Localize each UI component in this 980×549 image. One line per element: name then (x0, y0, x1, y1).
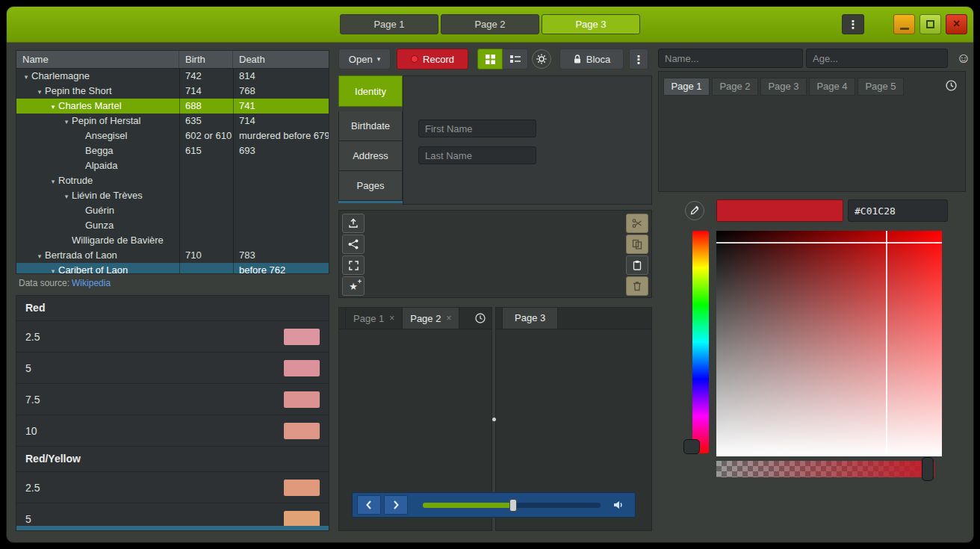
page-tab-page-1[interactable]: Page 1 (663, 78, 710, 96)
alpha-slider-handle[interactable] (922, 457, 934, 481)
tab-label: Page 2 (410, 313, 441, 324)
tree-name-cell: Guérin (16, 203, 179, 218)
age-field[interactable] (806, 49, 948, 68)
tree-row[interactable]: ▾Bertrada of Laon710783 (16, 248, 329, 263)
tree-expander-icon[interactable]: ▾ (34, 84, 45, 99)
paste-button[interactable] (626, 255, 648, 275)
tree-row[interactable]: Begga615693 (16, 143, 329, 158)
alpha-slider[interactable] (716, 456, 934, 482)
hue-slider[interactable] (683, 231, 709, 453)
share-button[interactable] (342, 235, 365, 254)
fullscreen-button[interactable] (342, 255, 365, 275)
identity-tab-address[interactable]: Address (338, 141, 403, 171)
emoji-button[interactable]: ☺ (954, 48, 973, 69)
tree-row[interactable]: ▾Charles Martel688741 (16, 99, 329, 114)
tree-row[interactable]: ▾Liévin de Trèves (16, 188, 329, 203)
tree-expander-icon[interactable]: ▾ (61, 114, 72, 128)
page-tab-page-2[interactable]: Page 2 (712, 78, 758, 96)
titlebar[interactable]: Page 1Page 2Page 3 ⋮ × (7, 7, 973, 43)
list-item[interactable]: 10 (16, 415, 329, 447)
tree-name-cell: ▾Charlemagne (16, 69, 179, 84)
grid-view-icon (486, 55, 495, 64)
lock-button[interactable]: Bloca (559, 49, 624, 69)
first-name-field[interactable] (418, 120, 536, 137)
toolbar-menu-button[interactable]: ⋮ (629, 49, 648, 69)
upload-button[interactable] (342, 214, 365, 233)
cut-button[interactable] (626, 214, 648, 233)
tree-expander-icon[interactable]: ▾ (61, 189, 72, 203)
settings-button[interactable] (532, 49, 551, 69)
close-button[interactable]: × (946, 14, 967, 34)
tree-row[interactable]: ▾Pepin of Herstal635714 (16, 114, 329, 128)
titlebar-menu-button[interactable]: ⋮ (842, 14, 864, 34)
tree-row[interactable]: Ansegisel602 or 610murdered before 679 (16, 128, 329, 143)
copy-button[interactable] (626, 235, 648, 254)
minimize-button[interactable] (893, 14, 915, 34)
history-button[interactable] (469, 308, 491, 329)
volume-button[interactable] (612, 499, 624, 511)
tree-row[interactable]: ▾Caribert of Laonbefore 762 (16, 263, 329, 274)
name-field[interactable] (658, 49, 803, 68)
tree-row[interactable]: ▾Charlemagne742814 (16, 69, 329, 84)
pane-splitter-handle[interactable] (492, 418, 496, 421)
close-tab-icon[interactable]: × (389, 313, 394, 323)
tree-row[interactable]: Willigarde de Bavière (16, 233, 329, 248)
hex-color-field[interactable] (848, 199, 948, 222)
hue-slider-handle[interactable] (683, 439, 700, 454)
tree-row-name: Pepin the Short (45, 85, 112, 96)
list-item[interactable]: 7.5 (16, 384, 329, 415)
tree-expander-icon[interactable]: ▾ (34, 249, 45, 263)
titlebar-tab-page-1[interactable]: Page 1 (340, 14, 438, 34)
identity-tab-pages[interactable]: Pages (338, 171, 403, 201)
tree-row[interactable]: Guérin (16, 203, 329, 218)
tree-expander-icon[interactable]: ▾ (48, 264, 58, 274)
tree-row[interactable]: Gunza (16, 218, 329, 233)
tree-expander-icon[interactable]: ▾ (21, 69, 31, 84)
list-item[interactable]: 2.5 (16, 321, 329, 353)
list-item[interactable]: 2.5 (16, 472, 329, 503)
tree-name-cell: ▾Rotrude (16, 173, 179, 188)
record-button[interactable]: Record (397, 49, 468, 69)
maximize-button[interactable] (919, 14, 941, 34)
wikipedia-link[interactable]: Wikipedia (72, 278, 111, 288)
history-button[interactable] (945, 79, 958, 95)
column-header-death[interactable]: Death (233, 51, 329, 68)
tree-row[interactable]: ▾Rotrude (16, 173, 329, 188)
doc-tab-page-3[interactable]: Page 3 (502, 308, 558, 329)
doc-tab-page-1[interactable]: Page 1× (345, 308, 403, 329)
color-swatch (284, 360, 320, 376)
saturation-value-area[interactable] (716, 231, 942, 456)
page-tab-page-5[interactable]: Page 5 (858, 78, 904, 96)
open-button[interactable]: Open ▾ (338, 49, 391, 69)
column-header-name[interactable]: Name (16, 51, 179, 68)
list-view-button[interactable] (503, 49, 528, 69)
column-header-birth[interactable]: Birth (179, 51, 233, 68)
list-item[interactable]: 5 (16, 353, 329, 384)
tree-row-name: Charles Martel (58, 100, 122, 111)
seek-slider[interactable] (423, 503, 601, 508)
right-tool-column (626, 214, 648, 296)
page-tab-page-4[interactable]: Page 4 (809, 78, 855, 96)
grid-view-button[interactable] (477, 49, 503, 69)
delete-button[interactable] (626, 276, 648, 296)
doc-tab-page-2[interactable]: Page 2× (403, 308, 459, 329)
last-name-field[interactable] (418, 146, 536, 164)
previous-button[interactable] (357, 495, 381, 515)
tree-row[interactable]: ▾Pepin the Short714768 (16, 84, 329, 99)
new-favorite-button[interactable]: ★ + (342, 276, 365, 296)
page-tab-page-3[interactable]: Page 3 (760, 78, 807, 96)
identity-tab-identity[interactable]: Identity (338, 75, 403, 107)
titlebar-tab-page-2[interactable]: Page 2 (441, 14, 539, 34)
identity-tab-birthdate[interactable]: Birthdate (338, 111, 403, 141)
tree-expander-icon[interactable]: ▾ (48, 99, 58, 114)
seek-slider-handle[interactable] (509, 499, 517, 512)
tree-row-name: Gunza (85, 220, 114, 231)
tree-expander-icon[interactable]: ▾ (48, 174, 58, 188)
titlebar-tab-page-3[interactable]: Page 3 (542, 14, 640, 34)
close-tab-icon[interactable]: × (446, 313, 451, 323)
kebab-menu-icon: ⋮ (633, 50, 645, 69)
next-button[interactable] (384, 495, 408, 515)
app-window: Page 1Page 2Page 3 ⋮ × NameBirthDeath ▾C… (6, 6, 974, 543)
tree-row[interactable]: Alpaida (16, 158, 329, 173)
eyedropper-button[interactable] (685, 201, 704, 220)
